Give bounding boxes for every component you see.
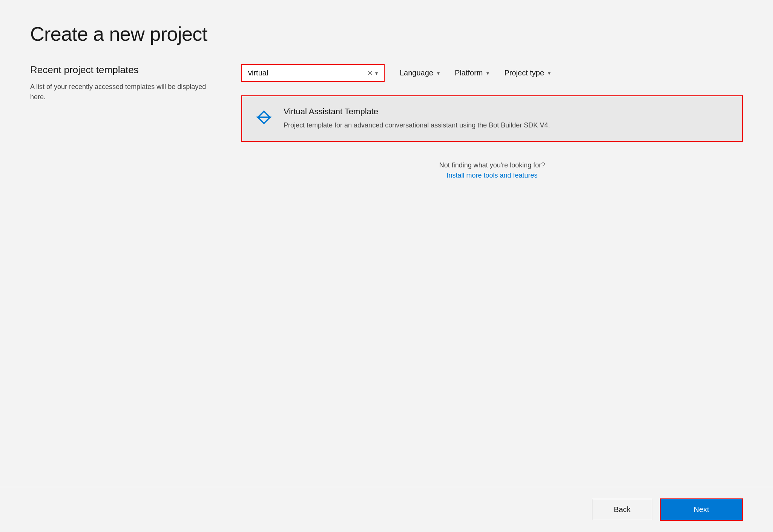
template-card[interactable]: Virtual Assistant Template Project templ… xyxy=(241,95,743,142)
page-title: Create a new project xyxy=(30,23,743,45)
platform-filter-arrow-icon: ▾ xyxy=(486,70,489,76)
search-box: ✕ ▾ xyxy=(241,64,385,82)
next-button[interactable]: Next xyxy=(660,498,743,521)
search-clear-icon[interactable]: ✕ xyxy=(367,70,373,77)
content-area: Recent project templates A list of your … xyxy=(30,64,743,472)
install-link[interactable]: Install more tools and features xyxy=(446,172,537,179)
main-container: Create a new project Recent project temp… xyxy=(0,0,773,487)
right-panel: ✕ ▾ Language ▾ Platform ▾ Project type ▾ xyxy=(241,64,743,472)
search-input[interactable] xyxy=(248,69,367,77)
recent-templates-title: Recent project templates xyxy=(30,64,211,76)
project-type-filter-button[interactable]: Project type ▾ xyxy=(504,66,551,80)
left-panel: Recent project templates A list of your … xyxy=(30,64,211,472)
language-filter-button[interactable]: Language ▾ xyxy=(400,66,440,80)
template-desc: Project template for an advanced convers… xyxy=(284,120,731,130)
language-filter-arrow-icon: ▾ xyxy=(437,70,440,76)
search-filter-row: ✕ ▾ Language ▾ Platform ▾ Project type ▾ xyxy=(241,64,743,82)
svg-marker-0 xyxy=(258,111,270,117)
platform-filter-button[interactable]: Platform ▾ xyxy=(455,66,489,80)
svg-marker-1 xyxy=(258,117,270,123)
footer: Back Next xyxy=(0,487,773,532)
not-finding-section: Not finding what you're looking for? Ins… xyxy=(241,161,743,179)
not-finding-text: Not finding what you're looking for? xyxy=(241,161,743,169)
template-name: Virtual Assistant Template xyxy=(284,107,731,117)
project-type-filter-label: Project type xyxy=(504,69,544,77)
search-dropdown-icon[interactable]: ▾ xyxy=(375,70,378,76)
recent-templates-desc: A list of your recently accessed templat… xyxy=(30,82,211,102)
back-button[interactable]: Back xyxy=(592,499,652,520)
template-info: Virtual Assistant Template Project templ… xyxy=(284,107,731,130)
platform-filter-label: Platform xyxy=(455,69,483,77)
language-filter-label: Language xyxy=(400,69,433,77)
project-type-filter-arrow-icon: ▾ xyxy=(548,70,551,76)
template-icon xyxy=(253,107,275,128)
